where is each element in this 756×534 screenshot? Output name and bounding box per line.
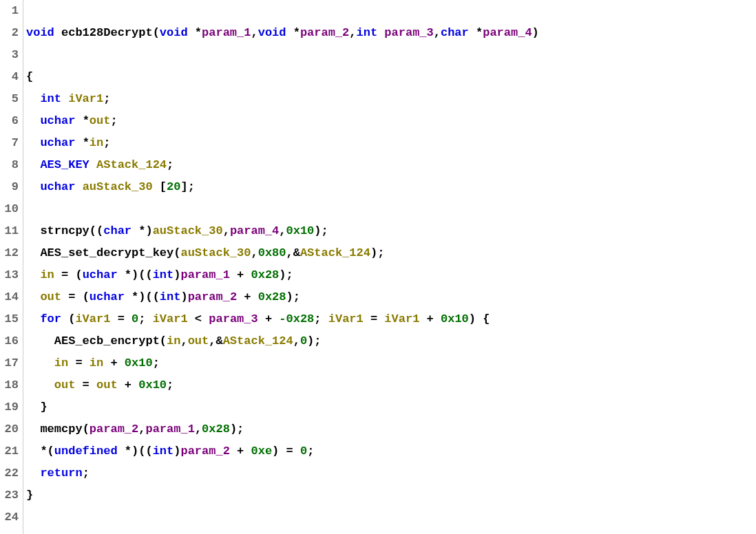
code-token: ; [307, 445, 314, 458]
code-line[interactable]: int iVar1; [26, 88, 756, 110]
code-line[interactable]: in = in + 0x10; [26, 352, 756, 374]
code-token: , [293, 334, 300, 348]
code-line[interactable]: { [26, 66, 756, 88]
code-line[interactable]: return; [26, 462, 756, 484]
code-token: uchar [40, 114, 82, 127]
code-token: ; [167, 378, 174, 392]
code-token [26, 88, 40, 110]
code-token: ; [138, 312, 152, 325]
code-token: ; [286, 268, 293, 281]
code-token: + [419, 312, 441, 325]
line-number: 7 [1, 132, 19, 154]
code-token: ) [145, 224, 152, 237]
code-token: ( [174, 246, 180, 259]
code-token: strncpy [40, 224, 89, 237]
code-line[interactable]: uchar *out; [26, 110, 756, 132]
code-token: char [441, 26, 476, 39]
line-number: 16 [1, 330, 19, 352]
code-line[interactable]: memcpy(param_2,param_1,0x28); [26, 418, 756, 440]
code-token: ; [237, 423, 244, 436]
code-token: auStack_30 [180, 246, 251, 259]
code-token: = [61, 290, 83, 303]
code-line[interactable]: } [26, 396, 756, 418]
line-number-gutter: 123456789101112131415161718192021222324 [0, 0, 23, 534]
code-token: , [251, 26, 258, 39]
code-line[interactable] [26, 506, 756, 528]
code-token: ; [314, 334, 321, 348]
code-token: ; [188, 180, 195, 193]
code-token: * [83, 136, 90, 149]
code-token: auStack_30 [83, 180, 160, 193]
code-token [26, 352, 54, 374]
code-line[interactable] [26, 198, 756, 220]
code-token: (( [90, 224, 103, 237]
code-line[interactable]: strncpy((char *)auStack_30,param_4,0x10)… [26, 220, 756, 242]
code-line[interactable]: void ecb128Decrypt(void *param_1,void *p… [26, 22, 756, 44]
code-token: int [357, 26, 385, 39]
code-token [26, 286, 40, 308]
code-token: = [68, 356, 90, 370]
code-token: 20 [167, 180, 180, 193]
code-token: } [40, 400, 47, 414]
code-token: AES_set_decrypt_key [40, 246, 174, 259]
code-line[interactable]: out = (uchar *)((int)param_2 + 0x28); [26, 286, 756, 308]
code-token: + [230, 445, 251, 458]
code-token: int [153, 445, 174, 458]
line-number: 17 [1, 352, 19, 374]
line-number: 21 [1, 440, 19, 462]
code-line[interactable]: } [26, 484, 756, 506]
code-token: + [230, 268, 251, 281]
code-token: 0x10 [441, 312, 469, 325]
code-token: in [40, 268, 54, 281]
code-token: AES_KEY [40, 158, 96, 171]
line-number: 6 [1, 110, 19, 132]
code-token: param_1 [202, 26, 251, 39]
code-token [26, 264, 40, 286]
code-token: memcpy [40, 423, 82, 436]
code-token: out [40, 290, 61, 303]
code-line[interactable]: *(undefined *)((int)param_2 + 0xe) = 0; [26, 440, 756, 462]
code-line[interactable]: AES_KEY AStack_124; [26, 154, 756, 176]
code-view[interactable]: void ecb128Decrypt(void *param_1,void *p… [23, 0, 756, 534]
code-token: = [54, 268, 76, 281]
code-token: )(( [132, 268, 153, 281]
code-token: * [125, 268, 132, 281]
code-line[interactable]: AES_ecb_encrypt(in,out,&AStack_124,0); [26, 330, 756, 352]
code-token: ; [322, 224, 328, 237]
code-token: in [90, 356, 103, 370]
line-number: 2 [1, 22, 19, 44]
code-token: )(( [138, 290, 160, 303]
line-number: 20 [1, 418, 19, 440]
code-line[interactable] [26, 44, 756, 66]
line-number: 22 [1, 462, 19, 484]
line-number: 15 [1, 308, 19, 330]
code-line[interactable]: in = (uchar *)((int)param_1 + 0x28); [26, 264, 756, 286]
code-token: ( [160, 334, 167, 348]
code-line[interactable]: uchar auStack_30 [20]; [26, 176, 756, 198]
code-token: * [40, 445, 47, 458]
code-line[interactable]: AES_set_decrypt_key(auStack_30,0x80,&ASt… [26, 242, 756, 264]
code-token: int [40, 92, 68, 105]
code-token: , [195, 423, 202, 436]
code-token: ) [230, 423, 237, 436]
code-token: ; [293, 290, 300, 303]
line-number: 13 [1, 264, 19, 286]
code-token: 0xe [251, 445, 273, 458]
code-token [26, 110, 40, 132]
code-token: in [167, 334, 180, 348]
code-token [26, 132, 40, 154]
code-token: ( [83, 423, 90, 436]
code-token: ) [279, 268, 286, 281]
code-token: , [349, 26, 356, 39]
code-token: iVar1 [153, 312, 188, 325]
code-line[interactable]: uchar *in; [26, 132, 756, 154]
code-line[interactable] [26, 0, 756, 22]
code-token: 0x28 [251, 268, 280, 281]
code-token: param_1 [145, 423, 194, 436]
code-line[interactable]: out = out + 0x10; [26, 374, 756, 396]
code-token: = [75, 378, 96, 392]
line-number: 18 [1, 374, 19, 396]
code-token: uchar [40, 136, 82, 149]
code-line[interactable]: for (iVar1 = 0; iVar1 < param_3 + -0x28;… [26, 308, 756, 330]
code-token: out [188, 334, 209, 348]
